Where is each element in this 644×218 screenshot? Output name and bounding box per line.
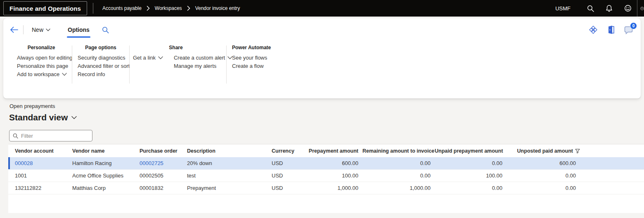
action-pane: New Options 0 bbox=[3, 18, 641, 41]
column-header-currency[interactable]: Currency bbox=[272, 148, 305, 154]
cell-currency[interactable]: USD bbox=[272, 172, 305, 179]
cell-remaining-amount-to-invoice[interactable]: 0.00 bbox=[362, 160, 435, 166]
app-title-label: Finance and Operations bbox=[9, 5, 81, 12]
company-picker[interactable]: USMF bbox=[555, 5, 571, 12]
menu-group-divider bbox=[72, 46, 72, 84]
cell-vendor-name[interactable]: Matthias Corp bbox=[72, 185, 140, 191]
cell-prepayment-amount[interactable]: 100.00 bbox=[305, 172, 362, 179]
menu-item-add-to-workspace[interactable]: Add to workspace bbox=[17, 70, 66, 79]
cell-vendor-account-link[interactable]: 000028 bbox=[15, 160, 72, 166]
diamond-grid-icon[interactable] bbox=[589, 25, 598, 34]
cell-unpaid-prepayment-amount[interactable]: 0.00 bbox=[435, 160, 507, 166]
cell-unposted-paid-amount[interactable]: 0.00 bbox=[507, 172, 580, 179]
menu-item-personalize-this-page[interactable]: Personalize this page bbox=[17, 62, 66, 70]
open-prepayments-grid: Vendor account Vendor name Purchase orde… bbox=[8, 144, 644, 213]
breadcrumb-chevron-icon bbox=[147, 6, 150, 11]
group-title: Share bbox=[133, 45, 219, 54]
cell-prepayment-amount[interactable]: 1,000.00 bbox=[305, 185, 362, 191]
options-group-share: Share Get a link Create a custom alert M… bbox=[133, 45, 219, 70]
menu-item-see-your-flows[interactable]: See your flows bbox=[232, 54, 277, 62]
filter-input[interactable] bbox=[21, 133, 89, 139]
cell-unposted-paid-amount[interactable]: 600.00 bbox=[507, 160, 580, 166]
view-selector[interactable]: Standard view bbox=[9, 113, 77, 122]
gear-icon[interactable] bbox=[637, 0, 644, 17]
action-pane-divider bbox=[23, 25, 24, 34]
search-icon[interactable] bbox=[581, 0, 600, 17]
chevron-down-icon bbox=[158, 56, 163, 60]
column-header-prepayment-amount[interactable]: Prepayment amount bbox=[305, 148, 362, 154]
cell-purchase-order-link[interactable]: 00002725 bbox=[140, 160, 187, 166]
book-icon[interactable] bbox=[607, 25, 615, 34]
column-header-vendor-name[interactable]: Vendor name bbox=[72, 148, 140, 154]
column-header-unpaid-prepayment-amount[interactable]: Unpaid prepayment amount bbox=[435, 148, 507, 154]
cell-currency[interactable]: USD bbox=[272, 185, 305, 191]
cell-currency[interactable]: USD bbox=[272, 160, 305, 166]
smiley-icon[interactable] bbox=[618, 0, 637, 17]
breadcrumb-accounts-payable[interactable]: Accounts payable bbox=[102, 5, 142, 11]
menu-item-get-a-link[interactable]: Get a link bbox=[133, 54, 163, 62]
funnel-icon[interactable] bbox=[575, 149, 580, 153]
new-button[interactable]: New bbox=[28, 18, 54, 41]
cell-description[interactable]: 20% down bbox=[187, 160, 272, 166]
menu-item-create-a-custom-alert[interactable]: Create a custom alert bbox=[174, 54, 232, 62]
menu-group-divider bbox=[129, 46, 130, 84]
group-title: Page options bbox=[78, 45, 124, 54]
search-icon bbox=[13, 133, 18, 139]
chat-bubble-icon[interactable]: 0 bbox=[624, 25, 633, 34]
app-title[interactable]: Finance and Operations bbox=[3, 1, 87, 15]
filter-field[interactable] bbox=[9, 130, 92, 141]
cell-description[interactable]: Prepayment bbox=[187, 185, 272, 191]
chevron-down-icon bbox=[71, 116, 77, 120]
cell-description[interactable]: test bbox=[187, 172, 272, 179]
cell-remaining-amount-to-invoice[interactable]: 0.00 bbox=[362, 172, 435, 179]
cell-purchase-order[interactable]: 00002505 bbox=[140, 172, 187, 179]
action-pane-search-icon[interactable] bbox=[100, 25, 111, 35]
view-title-label: Standard view bbox=[9, 113, 68, 122]
cell-purchase-order[interactable]: 00001832 bbox=[140, 185, 187, 191]
new-button-label: New bbox=[32, 26, 43, 33]
menu-item-manage-my-alerts[interactable]: Manage my alerts bbox=[174, 62, 232, 70]
table-row[interactable]: 1001 Acme Office Supplies 00002505 test … bbox=[8, 170, 644, 182]
table-row[interactable]: 000028 Hamilton Racing 00002725 20% down… bbox=[8, 157, 644, 170]
section-subtitle: Open prepayments bbox=[9, 103, 55, 109]
cell-remaining-amount-to-invoice[interactable]: 1,000.00 bbox=[362, 185, 435, 191]
cell-vendor-name[interactable]: Acme Office Supplies bbox=[72, 172, 140, 179]
group-title: Power Automate bbox=[232, 45, 277, 54]
table-row[interactable]: 132112822 Matthias Corp 00001832 Prepaym… bbox=[8, 182, 644, 194]
column-header-remaining-amount-to-invoice[interactable]: Remaining amount to invoice bbox=[362, 148, 435, 154]
message-count-badge: 0 bbox=[630, 22, 637, 29]
options-tab-label: Options bbox=[68, 26, 90, 33]
column-header-vendor-account[interactable]: Vendor account bbox=[15, 148, 72, 154]
cell-unposted-paid-amount[interactable]: 0.00 bbox=[507, 185, 580, 191]
options-group-power-automate: Power Automate See your flows Create a f… bbox=[232, 45, 277, 70]
options-group-personalize: Personalize Always open for editing Pers… bbox=[17, 45, 66, 79]
topbar-divider bbox=[93, 3, 93, 14]
menu-item-advanced-filter-or-sort[interactable]: Advanced filter or sort bbox=[78, 62, 124, 70]
cell-unpaid-prepayment-amount[interactable]: 100.00 bbox=[435, 172, 507, 179]
back-arrow-icon[interactable] bbox=[8, 25, 20, 35]
breadcrumb-chevron-icon bbox=[187, 6, 190, 11]
group-title: Personalize bbox=[17, 45, 66, 54]
breadcrumb-vendor-invoice-entry[interactable]: Vendor invoice entry bbox=[195, 5, 240, 11]
cell-vendor-name[interactable]: Hamilton Racing bbox=[72, 160, 140, 166]
menu-item-always-open-for-editing[interactable]: Always open for editing bbox=[17, 54, 66, 62]
cell-vendor-account[interactable]: 1001 bbox=[15, 172, 72, 179]
cell-prepayment-amount[interactable]: 600.00 bbox=[305, 160, 362, 166]
column-header-purchase-order[interactable]: Purchase order bbox=[140, 148, 187, 154]
action-pane-card: New Options 0 Personalize Always open fo… bbox=[3, 18, 641, 98]
cell-vendor-account[interactable]: 132112822 bbox=[15, 185, 72, 191]
menu-item-record-info[interactable]: Record info bbox=[78, 70, 124, 79]
menu-group-divider bbox=[226, 46, 227, 84]
cell-unpaid-prepayment-amount[interactable]: 0.00 bbox=[435, 185, 507, 191]
breadcrumb-workspaces[interactable]: Workspaces bbox=[155, 5, 182, 11]
menu-item-create-a-flow[interactable]: Create a flow bbox=[232, 62, 277, 70]
column-header-description[interactable]: Description bbox=[187, 148, 272, 154]
menu-item-security-diagnostics[interactable]: Security diagnostics bbox=[78, 54, 124, 62]
chevron-down-icon bbox=[62, 73, 67, 76]
bell-icon[interactable] bbox=[600, 0, 618, 17]
chevron-down-icon bbox=[46, 29, 50, 31]
tab-options[interactable]: Options bbox=[64, 18, 94, 41]
topbar-right-controls: USMF bbox=[555, 0, 644, 17]
column-header-unposted-paid-amount[interactable]: Unposted paid amount bbox=[507, 148, 580, 154]
top-nav-bar: Finance and Operations Accounts payable … bbox=[0, 0, 644, 17]
